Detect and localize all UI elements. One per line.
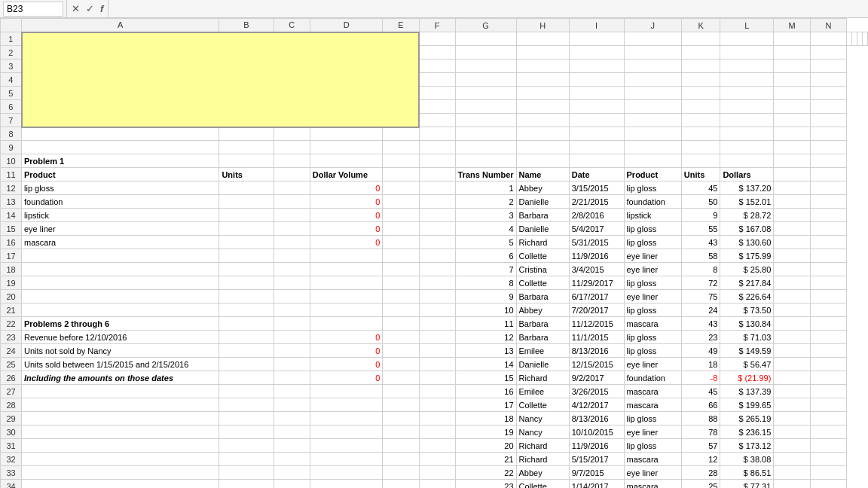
cell-B10[interactable] <box>219 154 274 168</box>
row-header-9[interactable]: 9 <box>1 141 22 154</box>
cell-N8[interactable] <box>810 127 846 141</box>
cell-J12[interactable]: lip gloss <box>624 181 681 195</box>
row-header-19[interactable]: 19 <box>1 276 22 290</box>
cell-G1[interactable] <box>681 32 720 46</box>
cell-I15[interactable]: 5/4/2017 <box>569 222 624 236</box>
cell-J9[interactable] <box>624 141 681 154</box>
cell-F22[interactable] <box>419 317 455 331</box>
row-header-16[interactable]: 16 <box>1 236 22 249</box>
cell-I4[interactable] <box>569 73 624 87</box>
cell-M31[interactable] <box>774 439 810 453</box>
col-header-G[interactable]: G <box>455 19 516 32</box>
cell-E30[interactable] <box>383 425 419 439</box>
cell-N31[interactable] <box>810 439 846 453</box>
cell-L10[interactable] <box>720 154 774 168</box>
cell-I6[interactable] <box>569 100 624 114</box>
cell-G17[interactable]: 6 <box>455 249 516 263</box>
cell-F19[interactable] <box>419 276 455 290</box>
cell-L21[interactable]: $ 73.50 <box>720 303 774 317</box>
cell-K30[interactable]: 78 <box>681 425 720 439</box>
cell-D11[interactable]: Dollar Volume <box>310 168 383 181</box>
row-header-2[interactable]: 2 <box>1 46 22 59</box>
cell-N26[interactable] <box>810 371 846 385</box>
cell-C30[interactable] <box>274 425 310 439</box>
cell-E13[interactable] <box>383 195 419 209</box>
cell-G4[interactable] <box>455 73 516 87</box>
cell-G20[interactable]: 9 <box>455 290 516 303</box>
cell-C10[interactable] <box>274 154 310 168</box>
cell-C31[interactable] <box>274 439 310 453</box>
cell-D16[interactable]: 0 <box>310 236 383 249</box>
row-header-23[interactable]: 23 <box>1 331 22 344</box>
cell-G10[interactable] <box>455 154 516 168</box>
cell-A16[interactable]: mascara <box>22 236 219 249</box>
cell-J33[interactable]: eye liner <box>624 466 681 480</box>
cell-I11[interactable]: Date <box>569 168 624 181</box>
cell-M9[interactable] <box>774 141 810 154</box>
cell-D22[interactable] <box>310 317 383 331</box>
cell-D29[interactable] <box>310 412 383 425</box>
cell-F31[interactable] <box>419 439 455 453</box>
cell-K32[interactable]: 12 <box>681 453 720 466</box>
cell-N10[interactable] <box>810 154 846 168</box>
cell-G18[interactable]: 7 <box>455 263 516 276</box>
cell-I29[interactable]: 8/13/2016 <box>569 412 624 425</box>
cell-I17[interactable]: 11/9/2016 <box>569 249 624 263</box>
cell-F21[interactable] <box>419 303 455 317</box>
cell-A23[interactable]: Revenue before 12/10/2016 <box>22 331 219 344</box>
cell-H28[interactable]: Collette <box>516 398 569 412</box>
cell-K22[interactable]: 43 <box>681 317 720 331</box>
cell-F3[interactable] <box>419 59 455 73</box>
cell-K24[interactable]: 49 <box>681 344 720 358</box>
row-header-8[interactable]: 8 <box>1 127 22 141</box>
cell-F10[interactable] <box>419 154 455 168</box>
cell-N24[interactable] <box>810 344 846 358</box>
cell-D30[interactable] <box>310 425 383 439</box>
cell-J16[interactable]: lip gloss <box>624 236 681 249</box>
cell-L22[interactable]: $ 130.84 <box>720 317 774 331</box>
cell-N15[interactable] <box>810 222 846 236</box>
cell-L3[interactable] <box>720 59 774 73</box>
cell-C17[interactable] <box>274 249 310 263</box>
cell-M8[interactable] <box>774 127 810 141</box>
cell-J34[interactable]: mascara <box>624 480 681 489</box>
cell-A31[interactable] <box>22 439 219 453</box>
row-header-25[interactable]: 25 <box>1 358 22 371</box>
cell-A10[interactable]: Problem 1 <box>22 154 219 168</box>
cell-G33[interactable]: 22 <box>455 466 516 480</box>
cell-M2[interactable] <box>774 46 810 59</box>
cell-C32[interactable] <box>274 453 310 466</box>
cell-J23[interactable]: lip gloss <box>624 331 681 344</box>
cell-M7[interactable] <box>774 114 810 127</box>
cell-B19[interactable] <box>219 276 274 290</box>
cell-D26[interactable]: 0 <box>310 371 383 385</box>
cell-F32[interactable] <box>419 453 455 466</box>
cell-L31[interactable]: $ 173.12 <box>720 439 774 453</box>
cell-N13[interactable] <box>810 195 846 209</box>
cell-I27[interactable]: 3/26/2015 <box>569 385 624 398</box>
col-header-B[interactable]: B <box>219 19 274 32</box>
cell-K8[interactable] <box>681 127 720 141</box>
row-header-29[interactable]: 29 <box>1 412 22 425</box>
cell-F1[interactable] <box>624 32 681 46</box>
row-header-22[interactable]: 22 <box>1 317 22 331</box>
cell-K5[interactable] <box>681 87 720 100</box>
cell-E22[interactable] <box>383 317 419 331</box>
cell-J3[interactable] <box>624 59 681 73</box>
cell-B28[interactable] <box>219 398 274 412</box>
cell-B24[interactable] <box>219 344 274 358</box>
cell-J4[interactable] <box>624 73 681 87</box>
cell-K12[interactable]: 45 <box>681 181 720 195</box>
cell-E12[interactable] <box>383 181 419 195</box>
cell-I9[interactable] <box>569 141 624 154</box>
cell-L14[interactable]: $ 28.72 <box>720 209 774 222</box>
cell-F18[interactable] <box>419 263 455 276</box>
cell-D14[interactable]: 0 <box>310 209 383 222</box>
cell-B32[interactable] <box>219 453 274 466</box>
cell-J2[interactable] <box>624 46 681 59</box>
cell-K16[interactable]: 43 <box>681 236 720 249</box>
cell-A19[interactable] <box>22 276 219 290</box>
row-header-10[interactable]: 10 <box>1 154 22 168</box>
cell-G9[interactable] <box>455 141 516 154</box>
cell-K34[interactable]: 25 <box>681 480 720 489</box>
